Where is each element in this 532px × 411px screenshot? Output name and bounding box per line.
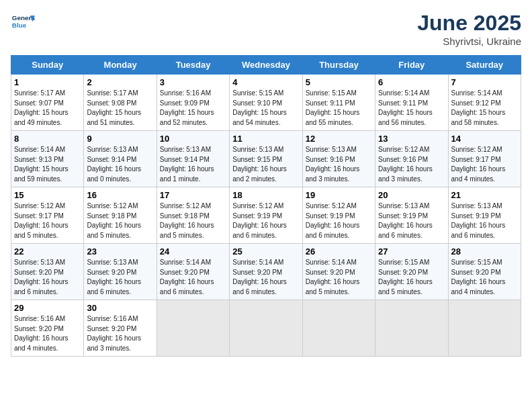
day-number: 23 xyxy=(87,246,153,257)
day-number: 22 xyxy=(14,246,81,257)
title-area: June 2025 Shyrivtsi, Ukraine xyxy=(417,11,521,47)
day-number: 14 xyxy=(451,134,518,144)
day-number: 30 xyxy=(87,303,153,313)
day-info: Sunrise: 5:12 AM Sunset: 9:17 PM Dayligh… xyxy=(14,201,81,240)
day-number: 12 xyxy=(306,134,372,144)
day-info: Sunrise: 5:15 AM Sunset: 9:20 PM Dayligh… xyxy=(451,258,518,297)
calendar-cell xyxy=(375,300,448,357)
day-number: 6 xyxy=(378,77,445,87)
day-number: 4 xyxy=(232,77,299,87)
calendar-cell: 11Sunrise: 5:13 AM Sunset: 9:15 PM Dayli… xyxy=(230,131,302,187)
day-info: Sunrise: 5:12 AM Sunset: 9:19 PM Dayligh… xyxy=(232,201,299,240)
day-info: Sunrise: 5:14 AM Sunset: 9:20 PM Dayligh… xyxy=(160,258,226,297)
day-number: 25 xyxy=(232,246,299,257)
logo: General Blue xyxy=(11,11,35,35)
day-number: 1 xyxy=(14,77,81,87)
day-info: Sunrise: 5:13 AM Sunset: 9:20 PM Dayligh… xyxy=(14,258,81,297)
calendar-cell: 13Sunrise: 5:12 AM Sunset: 9:16 PM Dayli… xyxy=(375,131,448,187)
day-info: Sunrise: 5:13 AM Sunset: 9:14 PM Dayligh… xyxy=(87,145,153,184)
day-info: Sunrise: 5:12 AM Sunset: 9:16 PM Dayligh… xyxy=(378,145,445,184)
calendar-cell: 29Sunrise: 5:16 AM Sunset: 9:20 PM Dayli… xyxy=(11,300,84,357)
day-number: 9 xyxy=(87,134,153,144)
calendar-cell: 24Sunrise: 5:14 AM Sunset: 9:20 PM Dayli… xyxy=(157,244,229,300)
day-info: Sunrise: 5:13 AM Sunset: 9:16 PM Dayligh… xyxy=(306,145,372,184)
calendar-cell: 7Sunrise: 5:14 AM Sunset: 9:12 PM Daylig… xyxy=(448,75,521,131)
calendar-cell: 3Sunrise: 5:16 AM Sunset: 9:09 PM Daylig… xyxy=(157,75,229,131)
svg-text:Blue: Blue xyxy=(12,21,27,29)
day-info: Sunrise: 5:14 AM Sunset: 9:13 PM Dayligh… xyxy=(14,145,81,184)
day-number: 24 xyxy=(160,246,226,257)
day-number: 11 xyxy=(232,134,299,144)
calendar-cell: 15Sunrise: 5:12 AM Sunset: 9:17 PM Dayli… xyxy=(11,187,84,244)
day-number: 3 xyxy=(160,77,226,87)
location-title: Shyrivtsi, Ukraine xyxy=(417,36,521,47)
calendar-cell: 27Sunrise: 5:15 AM Sunset: 9:20 PM Dayli… xyxy=(375,244,448,300)
day-number: 17 xyxy=(160,190,226,200)
day-info: Sunrise: 5:14 AM Sunset: 9:12 PM Dayligh… xyxy=(451,89,518,128)
calendar-cell: 23Sunrise: 5:13 AM Sunset: 9:20 PM Dayli… xyxy=(84,244,157,300)
calendar-cell: 12Sunrise: 5:13 AM Sunset: 9:16 PM Dayli… xyxy=(302,131,375,187)
day-number: 20 xyxy=(378,190,445,200)
calendar-cell: 21Sunrise: 5:13 AM Sunset: 9:19 PM Dayli… xyxy=(448,187,521,244)
day-info: Sunrise: 5:13 AM Sunset: 9:19 PM Dayligh… xyxy=(378,201,445,240)
day-info: Sunrise: 5:13 AM Sunset: 9:19 PM Dayligh… xyxy=(451,201,518,240)
day-info: Sunrise: 5:14 AM Sunset: 9:11 PM Dayligh… xyxy=(378,89,445,128)
day-number: 5 xyxy=(306,77,372,87)
calendar-cell: 6Sunrise: 5:14 AM Sunset: 9:11 PM Daylig… xyxy=(375,75,448,131)
day-info: Sunrise: 5:14 AM Sunset: 9:20 PM Dayligh… xyxy=(306,258,372,297)
day-info: Sunrise: 5:12 AM Sunset: 9:18 PM Dayligh… xyxy=(87,201,153,240)
calendar-cell: 5Sunrise: 5:15 AM Sunset: 9:11 PM Daylig… xyxy=(302,75,375,131)
weekday-header-friday: Friday xyxy=(375,56,448,75)
weekday-header-tuesday: Tuesday xyxy=(157,56,229,75)
day-info: Sunrise: 5:12 AM Sunset: 9:17 PM Dayligh… xyxy=(451,145,518,184)
day-number: 26 xyxy=(306,246,372,257)
calendar-cell: 14Sunrise: 5:12 AM Sunset: 9:17 PM Dayli… xyxy=(448,131,521,187)
calendar-cell xyxy=(157,300,229,357)
day-number: 29 xyxy=(14,303,81,313)
weekday-header-thursday: Thursday xyxy=(302,56,375,75)
calendar-cell: 26Sunrise: 5:14 AM Sunset: 9:20 PM Dayli… xyxy=(302,244,375,300)
day-info: Sunrise: 5:16 AM Sunset: 9:09 PM Dayligh… xyxy=(160,89,226,128)
day-number: 19 xyxy=(306,190,372,200)
calendar-cell: 25Sunrise: 5:14 AM Sunset: 9:20 PM Dayli… xyxy=(230,244,302,300)
day-number: 18 xyxy=(232,190,299,200)
weekday-header-monday: Monday xyxy=(84,56,157,75)
calendar-cell: 2Sunrise: 5:17 AM Sunset: 9:08 PM Daylig… xyxy=(84,75,157,131)
weekday-header-saturday: Saturday xyxy=(448,56,521,75)
calendar-table: SundayMondayTuesdayWednesdayThursdayFrid… xyxy=(11,55,521,357)
day-info: Sunrise: 5:15 AM Sunset: 9:11 PM Dayligh… xyxy=(306,89,372,128)
day-info: Sunrise: 5:15 AM Sunset: 9:20 PM Dayligh… xyxy=(378,258,445,297)
day-info: Sunrise: 5:14 AM Sunset: 9:20 PM Dayligh… xyxy=(232,258,299,297)
calendar-cell xyxy=(302,300,375,357)
logo-icon: General Blue xyxy=(11,11,35,35)
day-number: 15 xyxy=(14,190,81,200)
day-info: Sunrise: 5:13 AM Sunset: 9:15 PM Dayligh… xyxy=(232,145,299,184)
calendar-cell: 28Sunrise: 5:15 AM Sunset: 9:20 PM Dayli… xyxy=(448,244,521,300)
day-info: Sunrise: 5:12 AM Sunset: 9:18 PM Dayligh… xyxy=(160,201,226,240)
day-info: Sunrise: 5:15 AM Sunset: 9:10 PM Dayligh… xyxy=(232,89,299,128)
day-number: 2 xyxy=(87,77,153,87)
calendar-cell: 22Sunrise: 5:13 AM Sunset: 9:20 PM Dayli… xyxy=(11,244,84,300)
day-info: Sunrise: 5:13 AM Sunset: 9:14 PM Dayligh… xyxy=(160,145,226,184)
day-number: 27 xyxy=(378,246,445,257)
day-number: 16 xyxy=(87,190,153,200)
day-number: 10 xyxy=(160,134,226,144)
calendar-cell: 18Sunrise: 5:12 AM Sunset: 9:19 PM Dayli… xyxy=(230,187,302,244)
day-info: Sunrise: 5:17 AM Sunset: 9:07 PM Dayligh… xyxy=(14,89,81,128)
month-title: June 2025 xyxy=(417,11,521,36)
day-number: 28 xyxy=(451,246,518,257)
calendar-cell: 8Sunrise: 5:14 AM Sunset: 9:13 PM Daylig… xyxy=(11,131,84,187)
calendar-cell xyxy=(230,300,302,357)
day-number: 7 xyxy=(451,77,518,87)
day-info: Sunrise: 5:17 AM Sunset: 9:08 PM Dayligh… xyxy=(87,89,153,128)
calendar-cell: 17Sunrise: 5:12 AM Sunset: 9:18 PM Dayli… xyxy=(157,187,229,244)
day-number: 8 xyxy=(14,134,81,144)
day-info: Sunrise: 5:16 AM Sunset: 9:20 PM Dayligh… xyxy=(14,314,81,353)
calendar-cell: 30Sunrise: 5:16 AM Sunset: 9:20 PM Dayli… xyxy=(84,300,157,357)
weekday-header-sunday: Sunday xyxy=(11,56,84,75)
calendar-cell: 1Sunrise: 5:17 AM Sunset: 9:07 PM Daylig… xyxy=(11,75,84,131)
calendar-cell: 16Sunrise: 5:12 AM Sunset: 9:18 PM Dayli… xyxy=(84,187,157,244)
calendar-cell: 10Sunrise: 5:13 AM Sunset: 9:14 PM Dayli… xyxy=(157,131,229,187)
day-number: 13 xyxy=(378,134,445,144)
day-number: 21 xyxy=(451,190,518,200)
